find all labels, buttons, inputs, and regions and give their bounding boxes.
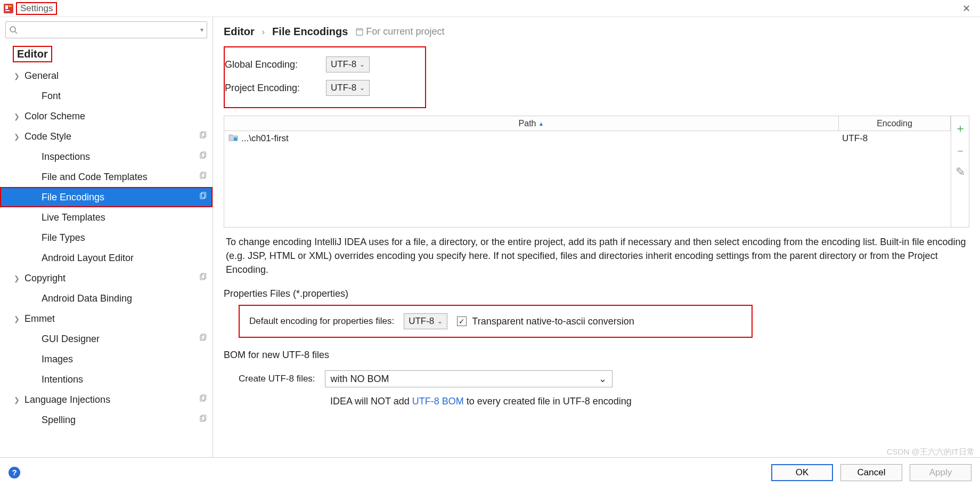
window-title: Settings	[16, 2, 57, 15]
sidebar-item-live-templates[interactable]: Live Templates	[0, 207, 213, 228]
scope-hint: For current project	[355, 26, 444, 37]
properties-files-block: Default encoding for properties files: U…	[239, 305, 753, 338]
copy-icon	[199, 394, 207, 405]
content-panel: Editor › File Encodings For current proj…	[213, 17, 980, 457]
bom-link[interactable]: UTF-8 BOM	[412, 396, 464, 407]
sidebar-item-gui-designer[interactable]: GUI Designer	[0, 329, 213, 349]
sidebar-item-label: Copyright	[24, 273, 199, 284]
column-header-path[interactable]: Path▲	[224, 116, 839, 131]
encoding-text: UTF-8	[839, 133, 951, 144]
bottom-bar: ? OK Cancel Apply	[0, 457, 980, 487]
global-encoding-select[interactable]: UTF-8⌄	[326, 56, 370, 72]
project-encoding-select[interactable]: UTF-8⌄	[326, 80, 370, 96]
bom-note: IDEA will NOT add UTF-8 BOM to every cre…	[330, 396, 969, 407]
chevron-down-icon: ⌄	[360, 61, 365, 68]
column-header-encoding[interactable]: Encoding	[839, 116, 951, 131]
sidebar-item-label: Color Scheme	[24, 111, 207, 122]
copy-icon	[199, 415, 207, 426]
properties-encoding-label: Default encoding for properties files:	[249, 316, 394, 327]
ok-button[interactable]: OK	[771, 464, 833, 481]
svg-rect-24	[234, 137, 237, 141]
sidebar-item-font[interactable]: Font	[0, 86, 213, 106]
project-icon	[355, 28, 364, 36]
close-icon[interactable]: ✕	[956, 3, 977, 14]
native-to-ascii-checkbox[interactable]: ✓ Transparent native-to-ascii conversion	[457, 316, 634, 327]
sidebar-item-file-and-code-templates[interactable]: File and Code Templates	[0, 167, 213, 187]
encoding-description: To change encoding IntelliJ IDEA uses fo…	[224, 235, 969, 277]
search-input[interactable]: ▾	[5, 21, 207, 38]
sidebar-item-android-data-binding[interactable]: Android Data Binding	[0, 288, 213, 309]
edit-icon[interactable]: ✎	[956, 165, 965, 179]
sidebar-item-label: Images	[42, 354, 207, 365]
sidebar-item-label: General	[24, 70, 207, 82]
sidebar-item-copyright[interactable]: ❯Copyright	[0, 268, 213, 288]
sidebar-item-file-encodings[interactable]: File Encodings	[0, 187, 213, 207]
cancel-button[interactable]: Cancel	[840, 464, 902, 481]
sidebar-item-label: Inspections	[42, 151, 199, 163]
copy-icon	[199, 172, 207, 183]
titlebar: Settings ✕	[0, 0, 980, 17]
svg-rect-3	[9, 5, 12, 7]
sidebar-item-label: Code Style	[24, 131, 199, 142]
encoding-table: Path▲ Encoding ...\ch01-firstUTF-8 ＋ － ✎	[224, 116, 969, 228]
path-text: ...\ch01-first	[241, 133, 289, 144]
add-icon[interactable]: ＋	[954, 120, 966, 136]
bom-section-title: BOM for new UTF-8 files	[224, 350, 969, 361]
properties-encoding-select[interactable]: UTF-8⌄	[404, 313, 447, 329]
sidebar-item-language-injections[interactable]: ❯Language Injections	[0, 389, 213, 410]
folder-icon	[228, 133, 238, 144]
breadcrumb-root[interactable]: Editor	[224, 26, 255, 38]
sidebar-item-spelling[interactable]: Spelling	[0, 410, 213, 430]
sidebar-item-label: File Encodings	[42, 192, 199, 203]
copy-icon	[199, 273, 207, 284]
copy-icon	[199, 131, 207, 142]
sidebar-item-inspections[interactable]: Inspections	[0, 147, 213, 167]
remove-icon[interactable]: －	[954, 143, 966, 159]
sidebar-item-file-types[interactable]: File Types	[0, 228, 213, 248]
encoding-settings-block: Global Encoding: UTF-8⌄ Project Encoding…	[224, 46, 426, 108]
sidebar-item-label: Language Injections	[24, 394, 199, 405]
sort-asc-icon: ▲	[538, 120, 544, 127]
bom-select[interactable]: with NO BOM ⌄	[325, 370, 612, 387]
tree-section-editor[interactable]: Editor	[0, 43, 213, 66]
global-encoding-label: Global Encoding:	[225, 59, 326, 70]
svg-rect-23	[356, 29, 363, 31]
table-toolbar: ＋ － ✎	[951, 116, 969, 227]
chevron-right-icon: ❯	[13, 396, 20, 404]
copy-icon	[199, 334, 207, 345]
chevron-right-icon: ❯	[13, 112, 20, 120]
apply-button[interactable]: Apply	[910, 464, 971, 481]
svg-point-4	[10, 27, 15, 32]
sidebar-item-color-scheme[interactable]: ❯Color Scheme	[0, 106, 213, 126]
breadcrumb-leaf: File Encodings	[272, 26, 348, 38]
svg-rect-0	[4, 4, 13, 13]
svg-rect-1	[5, 10, 10, 11]
sidebar-item-label: Emmet	[24, 313, 207, 324]
sidebar-item-label: Intentions	[42, 374, 207, 385]
help-icon[interactable]: ?	[9, 467, 20, 478]
chevron-right-icon: ❯	[13, 133, 20, 141]
sidebar-item-android-layout-editor[interactable]: Android Layout Editor	[0, 248, 213, 268]
sidebar: ▾ Editor ❯GeneralFont❯Color Scheme❯Code …	[0, 17, 213, 457]
sidebar-item-label: Live Templates	[42, 212, 207, 223]
sidebar-item-intentions[interactable]: Intentions	[0, 369, 213, 389]
sidebar-item-images[interactable]: Images	[0, 349, 213, 369]
table-header: Path▲ Encoding	[224, 116, 951, 131]
sidebar-item-label: Android Layout Editor	[42, 253, 207, 264]
chevron-right-icon: ›	[262, 27, 265, 37]
project-encoding-label: Project Encoding:	[225, 83, 326, 94]
table-row[interactable]: ...\ch01-firstUTF-8	[224, 131, 951, 146]
settings-tree: Editor ❯GeneralFont❯Color Scheme❯Code St…	[0, 43, 213, 457]
sidebar-item-code-style[interactable]: ❯Code Style	[0, 126, 213, 147]
chevron-down-icon[interactable]: ▾	[200, 26, 203, 34]
app-icon	[3, 3, 14, 14]
copy-icon	[199, 192, 207, 203]
sidebar-item-label: GUI Designer	[42, 334, 199, 345]
checkbox-icon: ✓	[457, 316, 467, 326]
sidebar-item-emmet[interactable]: ❯Emmet	[0, 309, 213, 329]
sidebar-item-label: File and Code Templates	[42, 172, 199, 183]
chevron-down-icon: ⌄	[437, 318, 443, 325]
chevron-right-icon: ❯	[13, 72, 20, 80]
sidebar-item-label: Spelling	[42, 415, 199, 426]
sidebar-item-general[interactable]: ❯General	[0, 66, 213, 86]
